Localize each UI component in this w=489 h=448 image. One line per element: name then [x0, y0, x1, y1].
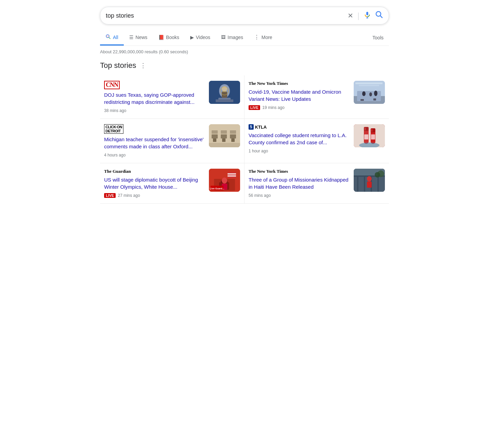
- svg-rect-24: [355, 82, 383, 84]
- svg-rect-34: [221, 130, 227, 134]
- live-badge-5: LIVE: [104, 193, 116, 198]
- svg-rect-25: [359, 85, 379, 86]
- story-content-2: The New York Times Covid-19, Vaccine Man…: [249, 81, 350, 110]
- section-more-icon[interactable]: ⋮: [140, 62, 146, 69]
- svg-point-54: [222, 178, 227, 184]
- story-title-6: Three of a Group of Missionaries Kidnapp…: [249, 176, 350, 190]
- cnn-logo: CNN: [104, 81, 120, 89]
- story-image-6: [354, 169, 385, 192]
- all-icon: [105, 34, 111, 40]
- svg-rect-35: [230, 130, 236, 134]
- clear-icon[interactable]: ✕: [348, 12, 353, 20]
- story-meta-6: 56 mins ago: [249, 193, 350, 198]
- videos-tab-icon: ▶: [190, 35, 194, 40]
- story-time-4: 1 hour ago: [249, 149, 268, 153]
- story-source-4: 5 KTLA: [249, 124, 350, 130]
- story-card-5[interactable]: The Guardian US will stage diplomatic bo…: [100, 163, 244, 204]
- story-image-1: DOJ: [209, 81, 240, 104]
- svg-rect-44: [364, 134, 368, 139]
- tab-images-label: Images: [228, 35, 243, 40]
- story-card-6[interactable]: The New York Times Three of a Group of M…: [244, 163, 389, 204]
- search-tabs: All ☰ News 📕 Books ▶ Videos 🖼 Images ⋮ M…: [100, 30, 389, 46]
- divider-icon: |: [357, 11, 359, 20]
- story-title-4: Vaccinated college student returning to …: [249, 132, 350, 146]
- story-image-4: [354, 124, 385, 147]
- story-time-3: 4 hours ago: [104, 153, 125, 157]
- tab-all[interactable]: All: [100, 30, 124, 45]
- story-source-2: The New York Times: [249, 81, 350, 86]
- svg-point-19: [362, 91, 366, 96]
- tab-books[interactable]: 📕 Books: [153, 31, 185, 45]
- story-time-1: 38 mins ago: [104, 108, 126, 113]
- story-source-1: CNN: [104, 81, 205, 89]
- tab-news-label: News: [136, 35, 148, 40]
- story-content-5: The Guardian US will stage diplomatic bo…: [104, 169, 205, 198]
- tools-tab[interactable]: Tools: [367, 31, 389, 44]
- nyt-logo-2: The New York Times: [249, 169, 288, 174]
- svg-text:Live Guard...: Live Guard...: [210, 187, 224, 190]
- story-card-4[interactable]: 5 KTLA Vaccinated college student return…: [244, 119, 389, 163]
- story-title-5: US will stage diplomatic boycott of Beij…: [104, 176, 205, 190]
- tab-videos[interactable]: ▶ Videos: [185, 31, 216, 45]
- section-header: Top stories ⋮: [100, 61, 389, 70]
- story-card-3[interactable]: CLICK·ONDETROIT Michigan teacher suspend…: [100, 119, 244, 163]
- svg-line-4: [380, 16, 383, 18]
- tab-all-label: All: [113, 35, 118, 40]
- tab-news[interactable]: ☰ News: [124, 31, 153, 45]
- svg-rect-0: [366, 12, 368, 15]
- story-image-3: [209, 124, 240, 147]
- story-meta-1: 38 mins ago: [104, 108, 205, 113]
- svg-rect-29: [221, 134, 227, 138]
- svg-rect-31: [230, 134, 236, 138]
- tab-images[interactable]: 🖼 Images: [216, 31, 249, 45]
- svg-rect-32: [231, 138, 235, 142]
- story-meta-5: LIVE 27 mins ago: [104, 193, 205, 198]
- tab-more[interactable]: ⋮ More: [249, 30, 278, 45]
- tab-videos-label: Videos: [196, 35, 211, 40]
- svg-rect-65: [367, 182, 372, 188]
- svg-rect-27: [212, 134, 218, 138]
- search-input[interactable]: [106, 12, 348, 19]
- story-source-3: CLICK·ONDETROIT: [104, 124, 205, 134]
- svg-rect-43: [371, 129, 372, 132]
- mic-icon[interactable]: [364, 11, 371, 20]
- tab-books-label: Books: [166, 35, 179, 40]
- search-submit-icon[interactable]: [375, 11, 383, 21]
- images-tab-icon: 🖼: [221, 35, 226, 40]
- svg-rect-36: [209, 143, 240, 147]
- search-bar: ✕ |: [100, 7, 389, 24]
- story-source-6: The New York Times: [249, 169, 350, 174]
- svg-point-7: [107, 35, 109, 37]
- svg-rect-11: [216, 99, 233, 102]
- svg-rect-28: [213, 138, 216, 142]
- svg-rect-51: [228, 175, 236, 176]
- svg-rect-22: [373, 98, 376, 100]
- svg-rect-45: [371, 134, 375, 139]
- svg-rect-23: [360, 99, 364, 101]
- story-title-1: DOJ sues Texas, saying GOP-approved redi…: [104, 91, 205, 106]
- guardian-logo: The Guardian: [104, 169, 131, 174]
- stories-grid: CNN DOJ sues Texas, saying GOP-approved …: [100, 75, 389, 204]
- story-source-5: The Guardian: [104, 169, 205, 174]
- svg-rect-40: [365, 128, 366, 130]
- story-meta-2: LIVE 19 mins ago: [249, 105, 350, 110]
- story-time-5: 27 mins ago: [118, 193, 140, 198]
- story-meta-3: 4 hours ago: [104, 153, 205, 157]
- story-content-6: The New York Times Three of a Group of M…: [249, 169, 350, 198]
- search-icons: ✕ |: [348, 11, 383, 21]
- books-tab-icon: 📕: [158, 35, 164, 40]
- story-image-2: [354, 81, 385, 104]
- tab-more-label: More: [261, 35, 272, 40]
- story-image-5: Live Guard...: [209, 169, 240, 192]
- story-content-4: 5 KTLA Vaccinated college student return…: [249, 124, 350, 153]
- svg-line-6: [109, 37, 110, 39]
- story-card-1[interactable]: CNN DOJ sues Texas, saying GOP-approved …: [100, 75, 244, 119]
- more-tab-icon: ⋮: [254, 34, 259, 40]
- svg-point-64: [367, 176, 372, 182]
- story-time-6: 56 mins ago: [249, 193, 271, 198]
- svg-rect-49: [228, 172, 236, 178]
- story-title-3: Michigan teacher suspended for 'insensit…: [104, 136, 205, 150]
- svg-point-20: [369, 92, 372, 96]
- svg-rect-30: [222, 138, 226, 142]
- story-card-2[interactable]: The New York Times Covid-19, Vaccine Man…: [244, 75, 389, 119]
